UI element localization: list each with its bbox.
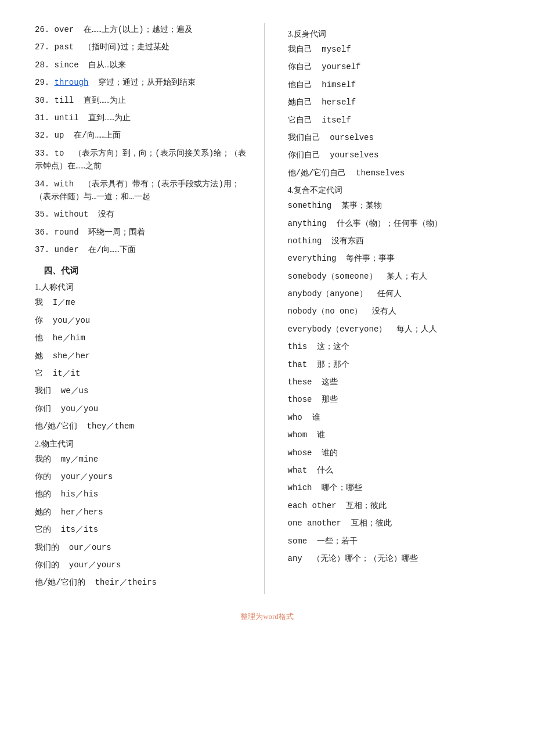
reflexive-pronoun-1: 你自己 yourself [288,60,500,73]
word-34: with [55,179,74,189]
word-27: past [55,42,74,52]
compound-pronoun-13: whom 谁 [288,429,500,441]
word-36: round [55,228,79,237]
right-column: 3.反身代词 我自己 myself你自己 yourself他自己 himself… [265,23,500,594]
word-32: up [55,131,64,140]
compound-pronoun-20: any （无论）哪个；（无论）哪些 [288,552,500,565]
reflexive-pronoun-3: 她自己 herself [288,96,500,109]
prep-entry-28: 28. since 自从…以来 [35,59,247,71]
prep-entry-35: 35. without 没有 [35,208,247,221]
reflexive-pronoun-5: 我们自己 ourselves [288,131,500,144]
personal-pronoun-2: 他 he／him [35,332,247,344]
word-33: to [55,149,64,158]
compound-pronoun-2: nothing 没有东西 [288,235,500,247]
word-37: under [55,245,79,254]
sub2-heading: 2.物主代词 [35,439,247,449]
reflexive-pronoun-6: 你们自己 yourselves [288,149,500,161]
sub1-heading: 1.人称代词 [35,282,247,293]
possessive-pronoun-1: 你的 your／yours [35,470,247,483]
compound-pronoun-3: everything 每件事；事事 [288,252,500,265]
compound-pronoun-19: some 一些；若干 [288,535,500,548]
possessive-pronoun-6: 你们的 your／yours [35,559,247,571]
left-column: 26. over 在……上方(以上)；越过；遍及27. past （指时间)过；… [35,23,265,594]
sub3-heading: 3.反身代词 [288,29,500,39]
personal-pronoun-5: 我们 we／us [35,384,247,397]
possessive-pronoun-5: 我们的 our／ours [35,541,247,554]
prep-entry-37: 37. under 在/向……下面 [35,243,247,256]
compound-pronoun-1: anything 什么事（物）；任何事（物） [288,217,500,230]
prep-entry-33: 33. to （表示方向）到，向；(表示间接关系)给；（表示钟点）在……之前 [35,147,247,173]
reflexive-pronouns-list: 我自己 myself你自己 yourself他自己 himself她自己 her… [288,43,500,179]
two-column-layout: 26. over 在……上方(以上)；越过；遍及27. past （指时间)过；… [35,23,499,594]
reflexive-pronoun-0: 我自己 myself [288,43,500,56]
compound-pronoun-8: this 这；这个 [288,340,500,353]
compound-pronoun-5: anybody（anyone） 任何人 [288,287,500,300]
compound-pronoun-4: somebody（someone） 某人；有人 [288,270,500,283]
footer: 整理为word格式 [35,611,499,622]
word-26: over [55,25,74,34]
sub4-heading: 4.复合不定代词 [288,185,500,196]
personal-pronoun-1: 你 you／you [35,314,247,327]
personal-pronoun-4: 它 it／it [35,367,247,380]
reflexive-pronoun-2: 他自己 himself [288,78,500,91]
word-35: without [55,210,89,219]
preposition-entries: 26. over 在……上方(以上)；越过；遍及27. past （指时间)过；… [35,23,247,256]
compound-pronoun-0: something 某事；某物 [288,199,500,212]
word-30: till [55,96,74,105]
personal-pronouns-list: 我 I／me你 you／you他 he／him她 she／her它 it／it我… [35,296,247,433]
compound-pronoun-15: what 什么 [288,464,500,477]
compound-pronoun-6: nobody（no one） 没有人 [288,305,500,318]
reflexive-pronoun-7: 他/她/它们自己 themselves [288,167,500,179]
compound-pronoun-9: that 那；那个 [288,358,500,371]
prep-entry-36: 36. round 环绕一周；围着 [35,226,247,239]
pronoun-section-heading: 四、代词 [35,265,247,276]
compound-pronouns-list: something 某事；某物anything 什么事（物）；任何事（物）not… [288,199,500,565]
possessive-pronoun-2: 他的 his／his [35,488,247,501]
personal-pronoun-0: 我 I／me [35,296,247,309]
word-31: until [55,113,79,123]
possessive-pronoun-3: 她的 her／hers [35,506,247,519]
prep-entry-26: 26. over 在……上方(以上)；越过；遍及 [35,23,247,36]
compound-pronoun-7: everybody（everyone） 每人；人人 [288,323,500,336]
page: 26. over 在……上方(以上)；越过；遍及27. past （指时间)过；… [0,0,534,756]
compound-pronoun-18: one another 互相；彼此 [288,517,500,530]
compound-pronoun-12: who 谁 [288,411,500,424]
word-28: since [55,60,79,70]
compound-pronoun-16: which 哪个；哪些 [288,481,500,494]
possessive-pronoun-4: 它的 its／its [35,523,247,536]
prep-entry-29: 29. through 穿过；通过；从开始到结束 [35,76,247,89]
prep-entry-30: 30. till 直到……为止 [35,94,247,107]
possessive-pronouns-list: 我的 my／mine你的 your／yours他的 his／his她的 her／… [35,453,247,589]
personal-pronoun-7: 他/她/它们 they／them [35,420,247,433]
personal-pronoun-6: 你们 you／you [35,402,247,415]
possessive-pronoun-7: 他/她/它们的 their／theirs [35,576,247,589]
prep-entry-31: 31. until 直到……为止 [35,111,247,124]
prep-entry-34: 34. with （表示具有）带有；(表示手段或方法)用；（表示伴随）与…一道；… [35,178,247,204]
personal-pronoun-3: 她 she／her [35,350,247,362]
prep-entry-32: 32. up 在/向……上面 [35,129,247,142]
possessive-pronoun-0: 我的 my／mine [35,453,247,466]
reflexive-pronoun-4: 它自己 itself [288,114,500,127]
compound-pronoun-11: those 那些 [288,393,500,406]
compound-pronoun-17: each other 互相；彼此 [288,499,500,512]
through-link[interactable]: through [55,78,89,87]
compound-pronoun-10: these 这些 [288,376,500,388]
compound-pronoun-14: whose 谁的 [288,447,500,459]
prep-entry-27: 27. past （指时间)过；走过某处 [35,41,247,53]
